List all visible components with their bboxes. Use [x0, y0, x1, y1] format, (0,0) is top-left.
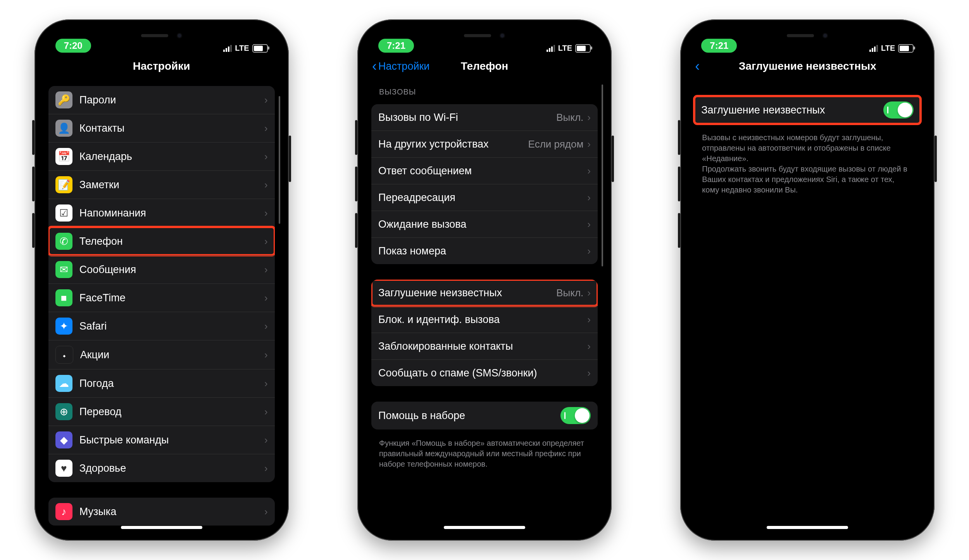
home-indicator[interactable] — [767, 526, 848, 529]
settings-row[interactable]: ◆ Быстрые команды › — [48, 426, 275, 454]
settings-row[interactable]: Переадресация › — [371, 184, 598, 211]
call-pill[interactable]: 7:20 — [55, 39, 91, 53]
settings-row[interactable]: ✦ Safari › — [48, 312, 275, 340]
settings-label: На других устройствах — [378, 138, 528, 150]
settings-label: Заметки — [79, 179, 264, 191]
chevron-right-icon: › — [264, 292, 268, 304]
settings-row[interactable]: 🔑 Пароли › — [48, 86, 275, 114]
settings-row[interactable]: Вызовы по Wi-Fi Выкл. › — [371, 104, 598, 131]
chevron-right-icon: › — [587, 314, 591, 326]
call-pill[interactable]: 7:21 — [378, 39, 414, 53]
settings-list[interactable]: 🔑 Пароли ›👤 Контакты ›📅 Календарь ›📝 Зам… — [41, 81, 282, 534]
settings-row[interactable]: Сообщать о спаме (SMS/звонки) › — [371, 359, 598, 386]
settings-row[interactable]: ✉︎ Сообщения › — [48, 255, 275, 283]
settings-row[interactable]: Заблокированные контакты › — [371, 333, 598, 359]
section-header-calls: ВЫЗОВЫ — [371, 81, 598, 99]
settings-row-music[interactable]: ♪ Музыка › — [48, 498, 275, 526]
chevron-right-icon: › — [264, 434, 268, 446]
settings-row[interactable]: Блок. и идентиф. вызова › — [371, 306, 598, 333]
chevron-right-icon: › — [587, 218, 591, 230]
chevron-left-icon: ‹ — [372, 59, 377, 73]
settings-label: Переадресация — [378, 192, 587, 204]
app-icon: 📅 — [55, 148, 72, 165]
row-silence-unknown[interactable]: Заглушение неизвестных — [694, 96, 921, 124]
status-time: 7:20 — [64, 40, 83, 51]
settings-row[interactable]: ☁︎ Погода › — [48, 369, 275, 397]
phone-frame-1: 7:20 LTE Настройки 🔑 Пароли ›👤 Контакты … — [34, 19, 289, 541]
network-label: LTE — [235, 44, 249, 53]
chevron-right-icon: › — [264, 264, 268, 276]
app-icon: ◆ — [55, 431, 72, 448]
scroll-indicator — [602, 84, 603, 266]
settings-row[interactable]: ⬩ Акции › — [48, 340, 275, 369]
settings-row[interactable]: Ожидание вызова › — [371, 211, 598, 237]
settings-row[interactable]: 📅 Календарь › — [48, 142, 275, 170]
notch — [430, 26, 539, 45]
settings-label: Погода — [79, 378, 264, 390]
home-indicator[interactable] — [444, 526, 525, 529]
chevron-right-icon: › — [587, 138, 591, 150]
music-icon: ♪ — [55, 503, 72, 520]
settings-row[interactable]: 👤 Контакты › — [48, 114, 275, 142]
app-icon: ⬩ — [55, 346, 73, 364]
settings-label: Здоровье — [79, 462, 264, 474]
back-button[interactable]: ‹ Настройки — [372, 59, 429, 73]
battery-icon — [252, 44, 268, 53]
settings-label: Пароли — [79, 94, 264, 106]
call-pill[interactable]: 7:21 — [701, 39, 737, 53]
battery-icon — [575, 44, 591, 53]
phone-frame-3: 7:21 LTE ‹ Заглушение неизвестных Заглуш… — [680, 19, 935, 541]
status-time: 7:21 — [710, 40, 728, 51]
settings-row[interactable]: 📝 Заметки › — [48, 170, 275, 199]
app-icon: ☁︎ — [55, 375, 72, 392]
phone-settings-list[interactable]: ВЫЗОВЫ Вызовы по Wi-Fi Выкл. ›На других … — [364, 81, 605, 534]
settings-row[interactable]: ☑︎ Напоминания › — [48, 199, 275, 227]
settings-row[interactable]: ♥︎ Здоровье › — [48, 454, 275, 482]
chevron-right-icon: › — [264, 349, 268, 361]
home-indicator[interactable] — [121, 526, 202, 529]
app-icon: ♥︎ — [55, 460, 72, 477]
silence-unknown-toggle[interactable] — [883, 101, 914, 119]
phone-frame-2: 7:21 LTE ‹ Настройки Телефон ВЫЗОВЫ Вызо… — [357, 19, 612, 541]
network-label: LTE — [558, 44, 572, 53]
settings-row[interactable]: ⊕ Перевод › — [48, 397, 275, 426]
settings-row[interactable]: Ответ сообщением › — [371, 157, 598, 184]
chevron-right-icon: › — [264, 235, 268, 247]
settings-label: Сообщать о спаме (SMS/звонки) — [378, 367, 587, 379]
settings-label: Телефон — [79, 235, 264, 247]
chevron-right-icon: › — [587, 287, 591, 299]
back-button[interactable]: ‹ — [695, 59, 700, 73]
settings-row[interactable]: Заглушение неизвестных Выкл. › — [371, 280, 598, 306]
navbar: ‹ Настройки Телефон — [364, 53, 605, 80]
dial-assist-toggle[interactable] — [560, 407, 591, 424]
settings-row[interactable]: ✆ Телефон › — [48, 227, 275, 255]
chevron-right-icon: › — [264, 151, 268, 163]
scroll-indicator — [279, 96, 280, 224]
chevron-right-icon: › — [264, 406, 268, 418]
navbar: Настройки — [41, 53, 282, 80]
silence-unknown-label: Заглушение неизвестных — [701, 104, 883, 116]
chevron-left-icon: ‹ — [695, 59, 700, 73]
chevron-right-icon: › — [264, 320, 268, 332]
chevron-right-icon: › — [587, 245, 591, 257]
settings-row[interactable]: Показ номера › — [371, 237, 598, 264]
silence-unknown-footer: Вызовы с неизвестных номеров будут заглу… — [694, 129, 921, 203]
signal-icon — [223, 45, 232, 52]
screen-1: 7:20 LTE Настройки 🔑 Пароли ›👤 Контакты … — [41, 26, 282, 534]
back-label: Настройки — [378, 60, 429, 72]
settings-value: Выкл. — [556, 112, 583, 124]
chevron-right-icon: › — [264, 122, 268, 134]
chevron-right-icon: › — [587, 192, 591, 204]
signal-icon — [547, 45, 555, 52]
page-title: Телефон — [461, 60, 508, 72]
signal-icon — [869, 45, 878, 52]
settings-label: Перевод — [79, 406, 264, 418]
settings-row[interactable]: На других устройствах Если рядом › — [371, 131, 598, 157]
settings-label: Показ номера — [378, 245, 587, 257]
settings-label: Ожидание вызова — [378, 218, 587, 230]
settings-label: Сообщения — [79, 264, 264, 276]
row-dial-assist[interactable]: Помощь в наборе — [371, 402, 598, 429]
battery-icon — [898, 44, 914, 53]
settings-row[interactable]: ■ FaceTime › — [48, 283, 275, 312]
chevron-right-icon: › — [264, 179, 268, 191]
